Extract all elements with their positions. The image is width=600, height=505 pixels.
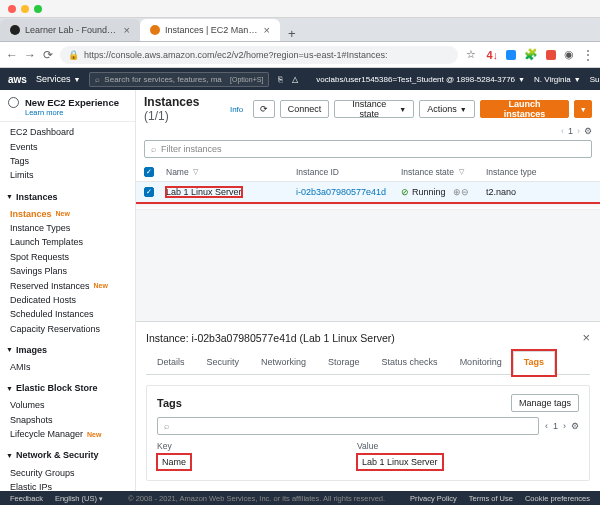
browser-tab-ec2[interactable]: Instances | EC2 Management × — [140, 19, 280, 41]
search-icon: ⌕ — [151, 144, 156, 154]
sidebar-item-dedicated-hosts[interactable]: Dedicated Hosts — [0, 293, 135, 307]
close-detail-icon[interactable]: × — [582, 330, 590, 345]
pager-page: 1 — [568, 126, 573, 136]
tab-networking[interactable]: Networking — [250, 351, 317, 374]
browser-tab-learner-lab[interactable]: Learner Lab - Foundational S × — [0, 19, 140, 41]
actions-menu-button[interactable]: Actions▼ — [419, 100, 474, 118]
select-all-checkbox[interactable]: ✓ — [144, 167, 154, 177]
pager-prev-icon[interactable]: ‹ — [545, 421, 548, 431]
close-tab-icon[interactable]: × — [264, 25, 270, 36]
tab-monitoring[interactable]: Monitoring — [449, 351, 513, 374]
sidebar-item-scheduled-instances[interactable]: Scheduled Instances — [0, 307, 135, 321]
aws-search-input[interactable]: ⌕ Search for services, features, ma [Opt… — [89, 72, 269, 87]
tab-security[interactable]: Security — [196, 351, 251, 374]
minimize-window-icon[interactable] — [21, 5, 29, 13]
tags-search-input[interactable]: ⌕ — [157, 417, 539, 435]
account-menu[interactable]: voclabs/user1545386=Test_Student @ 1898-… — [316, 75, 525, 84]
launch-instances-button[interactable]: Launch instances — [480, 100, 570, 118]
sidebar-item-tags[interactable]: Tags — [0, 154, 135, 168]
maximize-window-icon[interactable] — [34, 5, 42, 13]
tab-storage[interactable]: Storage — [317, 351, 371, 374]
filter-instances-input[interactable]: ⌕ Filter instances — [144, 140, 592, 158]
back-icon[interactable]: ← — [6, 48, 18, 62]
url-field[interactable]: 🔒 https://console.aws.amazon.com/ec2/v2/… — [60, 46, 458, 64]
tags-heading: Tags — [157, 397, 182, 409]
sidebar-item-amis[interactable]: AMIs — [0, 360, 135, 374]
cloudshell-icon[interactable]: ⎘ — [278, 75, 283, 84]
info-link[interactable]: Info — [230, 105, 243, 114]
sidebar-item-reserved-instances[interactable]: Reserved InstancesNew — [0, 278, 135, 292]
star-icon[interactable]: ☆ — [464, 48, 478, 61]
column-header-name[interactable]: Name▽ — [166, 167, 296, 177]
avatar-icon[interactable]: ◉ — [562, 48, 576, 61]
pager-prev-icon[interactable]: ‹ — [561, 126, 564, 136]
manage-tags-button[interactable]: Manage tags — [511, 394, 579, 412]
launch-instances-dropdown[interactable]: ▼ — [574, 100, 592, 118]
tab-tags[interactable]: Tags — [513, 351, 555, 375]
sidebar-group-ebs[interactable]: ▼Elastic Block Store — [0, 379, 135, 395]
sidebar-item-security-groups[interactable]: Security Groups — [0, 465, 135, 479]
sidebar-group-images[interactable]: ▼Images — [0, 341, 135, 357]
refresh-button[interactable]: ⟳ — [253, 100, 274, 118]
sidebar-item-launch-templates[interactable]: Launch Templates — [0, 235, 135, 249]
services-menu[interactable]: Services▼ — [36, 74, 80, 84]
sidebar-group-network[interactable]: ▼Network & Security — [0, 446, 135, 462]
pager-next-icon[interactable]: › — [577, 126, 580, 136]
tab-details[interactable]: Details — [146, 351, 196, 374]
new-ec2-learn-link[interactable]: Learn more — [25, 108, 119, 117]
extension-badge[interactable]: 4↓ — [484, 49, 500, 61]
tag-value-cell: Lab 1 Linux Server — [357, 454, 443, 470]
instance-state-menu-button[interactable]: Instance state▼ — [334, 100, 414, 118]
gear-icon[interactable]: ⚙ — [571, 421, 579, 431]
tab-status-checks[interactable]: Status checks — [371, 351, 449, 374]
table-row[interactable]: ✓ Lab 1 Linux Server i-02b3a07980577e41d… — [136, 182, 600, 204]
detail-tabs: Details Security Networking Storage Stat… — [146, 351, 590, 375]
language-menu[interactable]: English (US) ▾ — [55, 494, 103, 503]
support-menu[interactable]: Support▼ — [590, 75, 600, 84]
region-menu[interactable]: N. Virginia▼ — [534, 75, 581, 84]
new-ec2-experience-toggle[interactable]: New EC2 Experience Learn more — [0, 90, 135, 122]
search-icon: ⌕ — [95, 75, 100, 84]
close-tab-icon[interactable]: × — [124, 25, 130, 36]
cookies-link[interactable]: Cookie preferences — [525, 494, 590, 503]
ec2-sidebar: New EC2 Experience Learn more EC2 Dashbo… — [0, 90, 136, 491]
column-header-instance-id[interactable]: Instance ID — [296, 167, 401, 177]
sort-icon: ▽ — [459, 168, 464, 176]
sidebar-item-instances[interactable]: InstancesNew — [0, 207, 135, 221]
aws-logo[interactable]: aws — [8, 74, 27, 85]
lock-icon: 🔒 — [68, 50, 79, 60]
puzzle-icon[interactable]: 🧩 — [522, 48, 540, 61]
extension-icon[interactable] — [506, 50, 516, 60]
sidebar-item-capacity-reservations[interactable]: Capacity Reservations — [0, 322, 135, 336]
column-header-instance-type[interactable]: Instance type — [486, 167, 561, 177]
state-menu-icon[interactable]: ⊕⊖ — [453, 187, 469, 197]
sidebar-item-events[interactable]: Events — [0, 139, 135, 153]
reload-icon[interactable]: ⟳ — [42, 48, 54, 62]
sidebar-group-instances[interactable]: ▼Instances — [0, 188, 135, 204]
extension-icon[interactable] — [546, 50, 556, 60]
sidebar-item-elastic-ips[interactable]: Elastic IPs — [0, 480, 135, 491]
sidebar-item-volumes[interactable]: Volumes — [0, 398, 135, 412]
terms-link[interactable]: Terms of Use — [469, 494, 513, 503]
gear-icon[interactable]: ⚙ — [584, 126, 592, 136]
feedback-link[interactable]: Feedback — [10, 494, 43, 503]
search-icon: ⌕ — [164, 421, 169, 431]
row-checkbox[interactable]: ✓ — [144, 187, 154, 197]
sidebar-item-limits[interactable]: Limits — [0, 168, 135, 182]
instance-id-link[interactable]: i-02b3a07980577e41d — [296, 187, 386, 197]
sidebar-item-lifecycle-manager[interactable]: Lifecycle ManagerNew — [0, 427, 135, 441]
connect-button[interactable]: Connect — [280, 100, 330, 118]
sidebar-item-dashboard[interactable]: EC2 Dashboard — [0, 125, 135, 139]
notifications-icon[interactable]: △ — [292, 75, 298, 84]
privacy-link[interactable]: Privacy Policy — [410, 494, 457, 503]
new-tab-button[interactable]: + — [280, 26, 304, 41]
browser-menu-icon[interactable]: ⋮ — [582, 48, 594, 62]
column-header-instance-state[interactable]: Instance state▽ — [401, 167, 486, 177]
forward-icon[interactable]: → — [24, 48, 36, 62]
pager-next-icon[interactable]: › — [563, 421, 566, 431]
close-window-icon[interactable] — [8, 5, 16, 13]
sidebar-item-instance-types[interactable]: Instance Types — [0, 221, 135, 235]
sidebar-item-spot-requests[interactable]: Spot Requests — [0, 250, 135, 264]
sidebar-item-snapshots[interactable]: Snapshots — [0, 413, 135, 427]
sidebar-item-savings-plans[interactable]: Savings Plans — [0, 264, 135, 278]
